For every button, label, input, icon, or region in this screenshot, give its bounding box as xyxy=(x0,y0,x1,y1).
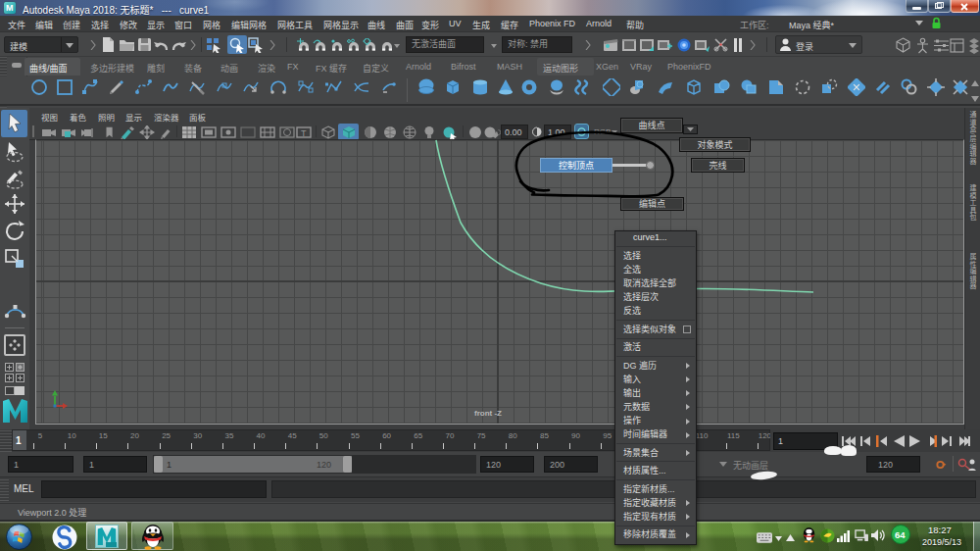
svg-text:64: 64 xyxy=(895,529,906,540)
svg-text:T: T xyxy=(301,128,307,138)
